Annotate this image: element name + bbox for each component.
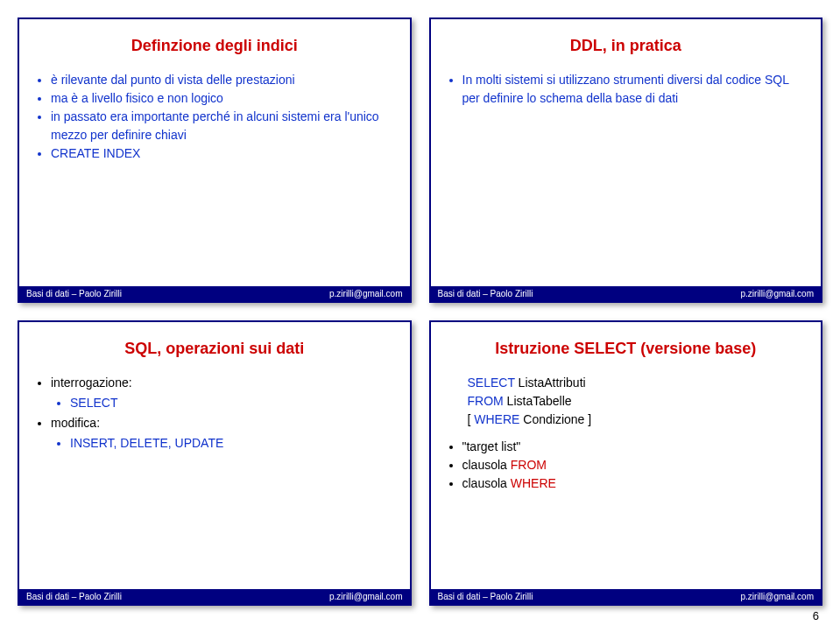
footer-left: Basi di dati – Paolo Zirilli [26,592,122,601]
slide-footer: Basi di dati – Paolo Zirilli p.zirilli@g… [19,589,410,604]
slide-title: SQL, operazioni sui dati [32,340,398,358]
slide-footer: Basi di dati – Paolo Zirilli p.zirilli@g… [19,286,410,301]
clause-kw: WHERE [511,476,556,490]
footer-left: Basi di dati – Paolo Zirilli [26,289,122,298]
select-arg: ListaAttributi [519,376,586,390]
from-keyword: FROM [468,394,504,408]
slide-footer: Basi di dati – Paolo Zirilli p.zirilli@g… [431,286,822,301]
bullet-item: clausola WHERE [462,474,809,493]
clause-kw: FROM [511,458,547,472]
bullet-list: "target list" clausola FROM clausola WHE… [443,438,809,493]
where-keyword: WHERE [474,412,519,426]
bullet-item: In molti sistemi si utilizzano strumenti… [462,71,809,108]
bullet-item: modifica: INSERT, DELETE, UPDATE [51,414,398,453]
bullet-list: interrogazione: SELECT modifica: INSERT,… [32,374,398,453]
bullet-text: interrogazione: [51,376,132,390]
clause-pre: clausola [462,458,511,472]
bullet-list: è rilevante dal punto di vista delle pre… [32,71,398,163]
slide-body: DDL, in pratica In molti sistemi si util… [431,19,822,286]
sub-bullet-item: SELECT [70,394,398,412]
from-line: FROM ListaTabelle [468,392,809,411]
footer-left: Basi di dati – Paolo Zirilli [438,289,533,298]
slide-body: Istruzione SELECT (versione base) SELECT… [431,322,822,589]
slide-title: DDL, in pratica [443,37,809,55]
slide-title: Definzione degli indici [32,37,398,55]
footer-right: p.zirilli@gmail.com [329,289,403,298]
sub-bullet-list: SELECT [51,394,398,412]
bullet-item: clausola FROM [462,456,809,474]
bullet-item: interrogazione: SELECT [51,374,398,412]
slide-top-left: Definzione degli indici è rilevante dal … [18,18,412,303]
slide-top-right: DDL, in pratica In molti sistemi si util… [429,18,823,303]
footer-right: p.zirilli@gmail.com [741,592,815,601]
footer-right: p.zirilli@gmail.com [329,592,403,601]
slide-bottom-left: SQL, operazioni sui dati interrogazione:… [18,320,412,606]
select-line: SELECT ListaAttributi [468,374,809,392]
footer-right: p.zirilli@gmail.com [741,289,815,298]
slide-title: Istruzione SELECT (versione base) [443,340,809,358]
footer-left: Basi di dati – Paolo Zirilli [438,592,533,601]
clause-pre: clausola [462,476,511,490]
bullet-text: modifica: [51,416,100,430]
bullet-item: CREATE INDEX [51,144,398,163]
bullet-list: In molti sistemi si utilizzano strumenti… [443,71,809,108]
from-arg: ListaTabelle [507,394,572,408]
page-number: 6 [18,609,822,622]
bullet-item: "target list" [462,438,809,456]
slide-body: Definzione degli indici è rilevante dal … [19,19,410,286]
where-arg: Condizione ] [519,412,591,426]
bullet-item: ma è a livello fisico e non logico [51,89,398,108]
bullet-item: è rilevante dal punto di vista delle pre… [51,71,398,89]
slide-grid: Definzione degli indici è rilevante dal … [18,18,822,606]
slide-body: SQL, operazioni sui dati interrogazione:… [19,322,410,589]
slide-footer: Basi di dati – Paolo Zirilli p.zirilli@g… [431,589,822,604]
bullet-item: in passato era importante perché in alcu… [51,108,398,144]
sub-bullet-list: INSERT, DELETE, UPDATE [51,434,398,453]
select-syntax-block: SELECT ListaAttributi FROM ListaTabelle … [468,374,809,429]
select-keyword: SELECT [468,376,515,390]
slide-bottom-right: Istruzione SELECT (versione base) SELECT… [429,320,823,606]
where-line: [ WHERE Condizione ] [468,411,809,429]
sub-bullet-item: INSERT, DELETE, UPDATE [70,434,398,453]
